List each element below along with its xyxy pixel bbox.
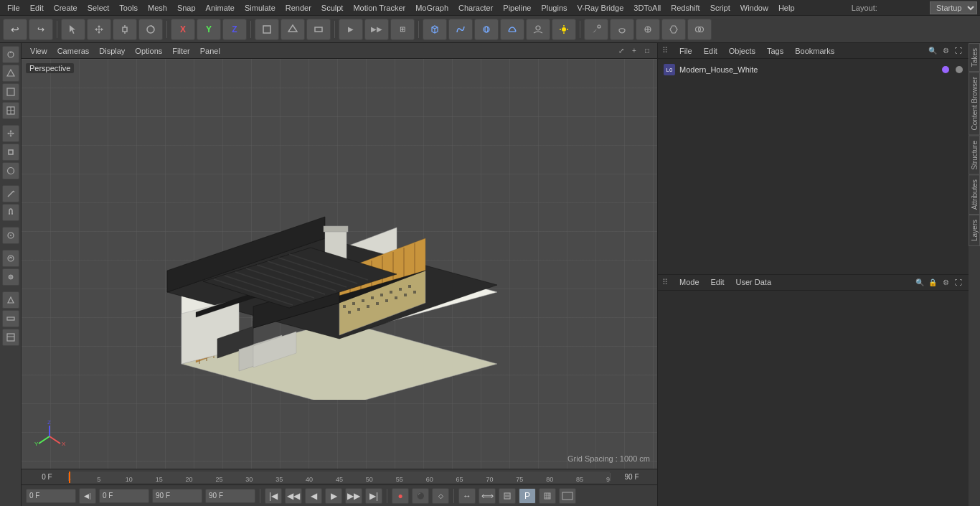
end-frame-field[interactable]: 90 F	[152, 489, 202, 503]
record-btn[interactable]: ●	[392, 488, 409, 504]
obj-menu-edit[interactable]: Edit	[701, 45, 720, 57]
sculpt-grab-button[interactable]	[610, 19, 634, 40]
play-reverse-btn[interactable]: ◀	[305, 488, 322, 504]
y-axis-button[interactable]: Y	[197, 19, 221, 40]
move-tool-sb[interactable]	[2, 125, 19, 142]
attr-search-icon[interactable]: 🔍	[914, 276, 925, 288]
object-row-house[interactable]: L0 Modern_House_White	[661, 62, 966, 78]
render-region-button[interactable]: ▶	[339, 19, 363, 40]
polygons-mode-btn[interactable]	[2, 83, 19, 100]
object-visibility-dot[interactable]	[942, 66, 949, 73]
menu-vray[interactable]: V-Ray Bridge	[573, 2, 628, 14]
menu-simulate[interactable]: Simulate	[240, 2, 280, 14]
tool8-sb[interactable]	[2, 310, 19, 327]
magnet-tool-sb[interactable]	[2, 204, 19, 221]
menu-3dtoall[interactable]: 3DToAll	[629, 2, 665, 14]
go-end-btn[interactable]: ▶|	[365, 488, 382, 504]
attr-maximize-icon[interactable]: ⛶	[953, 276, 964, 288]
menu-mograph[interactable]: MoGraph	[411, 2, 453, 14]
attr-menu-edit[interactable]: Edit	[708, 276, 727, 288]
obj-menu-file[interactable]: File	[677, 45, 695, 57]
edges-mode-btn[interactable]	[2, 65, 19, 82]
x-axis-button[interactable]: X	[171, 19, 195, 40]
tool6-sb[interactable]	[2, 268, 19, 286]
menu-render[interactable]: Render	[281, 2, 316, 14]
menu-script[interactable]: Script	[706, 2, 735, 14]
menu-help[interactable]: Help	[774, 2, 799, 14]
current-frame-field[interactable]: 0 F	[26, 489, 76, 503]
tab-takes[interactable]: Takes	[969, 43, 980, 72]
rotate-tool-button[interactable]	[138, 19, 163, 40]
move-tr-btn[interactable]: ↔	[458, 488, 476, 504]
vp-menu-cameras[interactable]: Cameras	[53, 45, 94, 57]
cube-primitive-button[interactable]	[423, 19, 447, 40]
grid-tr-btn[interactable]	[539, 488, 556, 504]
pen-tool-button[interactable]	[584, 19, 608, 40]
timeline-ruler[interactable]: 051015202530354045505560657075808590	[69, 472, 610, 483]
metaball-button[interactable]	[687, 19, 712, 40]
points-mode-btn[interactable]	[2, 46, 19, 63]
deformer-button[interactable]	[500, 19, 524, 40]
undo-button[interactable]: ↩	[3, 19, 27, 40]
object-mode-button[interactable]	[255, 19, 279, 40]
end-frame-field2[interactable]: 90 F	[205, 489, 255, 503]
snap-tool-sb[interactable]	[2, 227, 19, 244]
obj-settings-icon[interactable]: ⚙	[940, 45, 951, 57]
attr-menu-mode[interactable]: Mode	[677, 276, 702, 288]
step-back-btn[interactable]: ◀◀	[285, 488, 302, 504]
render-active-view-button[interactable]: ▶▶	[364, 19, 389, 40]
obj-search-icon[interactable]: 🔍	[927, 45, 938, 57]
scale-tr-btn[interactable]: ⟺	[479, 488, 496, 504]
menu-motion-tracker[interactable]: Motion Tracker	[349, 2, 410, 14]
vp-menu-filter[interactable]: Filter	[168, 45, 194, 57]
viewport-3d[interactable]: Perspective	[22, 59, 657, 469]
layout-select[interactable]: Startup	[930, 1, 977, 14]
tab-structure[interactable]: Structure	[969, 136, 980, 175]
brush-button[interactable]	[636, 19, 660, 40]
vp-icon-square[interactable]: □	[641, 45, 653, 57]
vp-menu-display[interactable]: Display	[95, 45, 129, 57]
attr-menu-userdata[interactable]: User Data	[733, 276, 775, 288]
menu-select[interactable]: Select	[83, 2, 114, 14]
tool9-sb[interactable]	[2, 329, 19, 346]
play-btn[interactable]: ▶	[325, 488, 342, 504]
frame-step-left-btn[interactable]: ◀|	[79, 488, 96, 504]
menu-character[interactable]: Character	[454, 2, 497, 14]
vp-menu-panel[interactable]: Panel	[196, 45, 225, 57]
auto-key-btn[interactable]: ⚫	[412, 488, 429, 504]
menu-animate[interactable]: Animate	[202, 2, 239, 14]
vp-icon-arrows[interactable]: ⤢	[616, 45, 627, 57]
obj-menu-bookmarks[interactable]: Bookmarks	[792, 45, 837, 57]
tool5-sb[interactable]	[2, 250, 19, 267]
menu-edit[interactable]: Edit	[26, 2, 48, 14]
spline-button[interactable]	[448, 19, 473, 40]
step-forward-btn[interactable]: ▶▶	[345, 488, 362, 504]
menu-sculpt[interactable]: Sculpt	[317, 2, 348, 14]
knife-tool-sb[interactable]	[2, 185, 19, 202]
z-axis-button[interactable]: Z	[222, 19, 247, 40]
menu-redshift[interactable]: Redshift	[666, 2, 704, 14]
scale-tool-sb[interactable]	[2, 144, 19, 161]
menu-snap[interactable]: Snap	[173, 2, 200, 14]
obj-menu-tags[interactable]: Tags	[764, 45, 786, 57]
redo-button[interactable]: ↪	[29, 19, 53, 40]
obj-menu-objects[interactable]: Objects	[726, 45, 758, 57]
tab-content-browser[interactable]: Content Browser	[969, 72, 980, 135]
menu-window[interactable]: Window	[736, 2, 773, 14]
menu-file[interactable]: File	[3, 2, 24, 14]
scale-tool-button[interactable]	[113, 19, 137, 40]
tab-layers[interactable]: Layers	[969, 215, 980, 246]
tool7-sb[interactable]	[2, 291, 19, 309]
play-icon-btn[interactable]: P	[519, 488, 536, 504]
current-frame-field2[interactable]: 0 F	[99, 489, 149, 503]
motion-tr-btn[interactable]	[499, 488, 516, 504]
vp-icon-plus[interactable]: +	[628, 45, 640, 57]
edge-mode-button[interactable]	[306, 19, 331, 40]
point-mode-button[interactable]	[281, 19, 305, 40]
menu-mesh[interactable]: Mesh	[143, 2, 171, 14]
select-tool-button[interactable]	[61, 19, 85, 40]
attr-lock-icon[interactable]: 🔒	[927, 276, 938, 288]
attr-settings-icon[interactable]: ⚙	[940, 276, 951, 288]
uv-mode-btn[interactable]	[2, 102, 19, 119]
tab-attributes-right[interactable]: Attributes	[969, 174, 980, 215]
